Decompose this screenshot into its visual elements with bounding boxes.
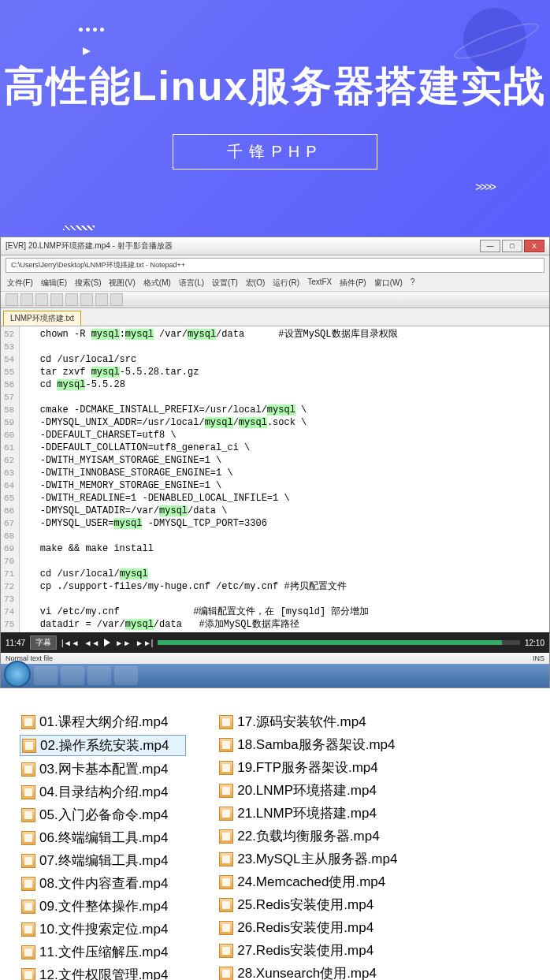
tool-cut-icon[interactable]	[50, 293, 63, 306]
course-banner: 高性能Linux服务器搭建实战 千锋PHP >>>>	[0, 0, 550, 237]
video-file-item[interactable]: 06.终端编辑工具.mp4	[20, 828, 186, 848]
tool-redo-icon[interactable]	[110, 293, 123, 306]
menu-item[interactable]: 窗口(W)	[374, 278, 403, 289]
video-file-icon	[21, 762, 35, 777]
forward-icon[interactable]: ►►	[115, 639, 131, 647]
file-name-label: 19.FTP服务器架设.mp4	[237, 758, 378, 777]
menu-item[interactable]: 视图(V)	[109, 278, 135, 289]
player-title-bar[interactable]: [EVR] 20.LNMP环境搭建.mp4 - 射手影音播放器 — □ X	[1, 237, 549, 255]
video-file-item[interactable]: 01.课程大纲介绍.mp4	[20, 712, 186, 732]
windows-taskbar	[1, 664, 549, 687]
video-file-item[interactable]: 08.文件内容查看.mp4	[20, 874, 186, 893]
tool-save-icon[interactable]	[35, 293, 48, 306]
file-name-label: 28.Xunsearch使用.mp4	[237, 964, 377, 980]
tool-open-icon[interactable]	[20, 293, 33, 306]
menu-item[interactable]: 插件(P)	[340, 278, 366, 289]
video-file-item[interactable]: 24.Memcached使用.mp4	[217, 872, 399, 892]
video-file-item[interactable]: 22.负载均衡服务器.mp4	[217, 826, 399, 846]
taskbar-app-icon[interactable]	[114, 666, 138, 685]
video-file-icon	[21, 900, 35, 914]
window-minimize-button[interactable]: —	[480, 240, 500, 252]
menu-item[interactable]: ?	[411, 278, 415, 289]
decoration-stripes-icon	[63, 225, 95, 230]
video-file-icon	[219, 898, 233, 912]
start-button-icon[interactable]	[4, 661, 31, 687]
video-file-item[interactable]: 12.文件权限管理.mp4	[20, 965, 186, 980]
file-name-label: 04.目录结构介绍.mp4	[39, 783, 168, 801]
tool-undo-icon[interactable]	[95, 293, 108, 306]
taskbar-app-icon[interactable]	[87, 666, 111, 685]
tool-paste-icon[interactable]	[80, 293, 93, 306]
menu-item[interactable]: 运行(R)	[273, 278, 299, 289]
video-file-item[interactable]: 17.源码安装软件.mp4	[217, 712, 399, 732]
play-button-icon[interactable]	[104, 639, 110, 647]
playback-total-time: 12:10	[525, 639, 544, 647]
file-name-label: 06.终端编辑工具.mp4	[39, 829, 168, 847]
file-name-label: 17.源码安装软件.mp4	[237, 713, 366, 731]
code-content[interactable]: chown -R mysql:mysql /var/mysql/data #设置…	[20, 326, 549, 632]
decoration-planet-icon	[463, 8, 526, 71]
video-file-icon	[22, 739, 36, 753]
video-file-icon	[21, 945, 35, 960]
video-file-item[interactable]: 07.终端编辑工具.mp4	[20, 851, 186, 870]
prev-track-icon[interactable]: |◄◄	[61, 639, 79, 647]
taskbar-app-icon[interactable]	[61, 666, 84, 685]
menu-item[interactable]: 宏(O)	[246, 278, 265, 289]
video-file-item[interactable]: 11.文件压缩解压.mp4	[20, 942, 186, 962]
video-file-icon	[219, 852, 233, 866]
menu-item[interactable]: 语言(L)	[179, 278, 204, 289]
playback-progress-bar[interactable]	[158, 640, 520, 645]
window-close-button[interactable]: X	[524, 240, 544, 252]
menu-item[interactable]: 文件(F)	[7, 278, 33, 289]
menu-item[interactable]: 编辑(E)	[41, 278, 67, 289]
video-file-icon	[219, 784, 233, 798]
video-file-item[interactable]: 10.文件搜索定位.mp4	[20, 919, 186, 939]
subtitle-button[interactable]: 字幕	[30, 635, 57, 650]
video-file-item[interactable]: 21.LNMP环境搭建.mp4	[217, 803, 399, 823]
video-file-icon	[219, 875, 233, 889]
video-file-icon	[219, 761, 233, 775]
taskbar-app-icon[interactable]	[34, 666, 58, 685]
file-name-label: 20.LNMP环境搭建.mp4	[237, 781, 377, 799]
menu-item[interactable]: 设置(T)	[212, 278, 238, 289]
video-file-icon	[21, 785, 35, 799]
menu-item[interactable]: 格式(M)	[143, 278, 171, 289]
window-maximize-button[interactable]: □	[502, 240, 522, 252]
video-file-item[interactable]: 05.入门必备命令.mp4	[20, 805, 186, 825]
rewind-icon[interactable]: ◄◄	[84, 639, 99, 647]
video-file-item[interactable]: 19.FTP服务器架设.mp4	[217, 758, 399, 777]
file-name-label: 18.Samba服务器架设.mp4	[237, 736, 395, 754]
code-editor-area[interactable]: 5253545556575859606162636465666768697071…	[1, 326, 549, 632]
video-file-icon	[21, 877, 35, 891]
video-file-item[interactable]: 23.MySQL主从服务器.mp4	[217, 849, 399, 869]
video-file-item[interactable]: 25.Redis安装使用.mp4	[217, 895, 399, 915]
video-file-item[interactable]: 28.Xunsearch使用.mp4	[217, 963, 399, 980]
video-file-icon	[21, 808, 35, 822]
video-file-item[interactable]: 27.Redis安装使用.mp4	[217, 941, 399, 960]
video-file-item[interactable]: 09.文件整体操作.mp4	[20, 896, 186, 916]
video-file-item[interactable]: 20.LNMP环境搭建.mp4	[217, 781, 399, 800]
editor-file-tab[interactable]: LNMP环境搭建.txt	[3, 311, 81, 326]
file-column-2: 17.源码安装软件.mp418.Samba服务器架设.mp419.FTP服务器架…	[217, 712, 399, 980]
menu-item[interactable]: 搜索(S)	[75, 278, 101, 289]
video-file-item[interactable]: 26.Redis安装使用.mp4	[217, 918, 399, 937]
video-file-item[interactable]: 02.操作系统安装.mp4	[20, 735, 186, 756]
menu-item[interactable]: TextFX	[307, 278, 332, 289]
editor-filepath: C:\Users\Jerry\Desktop\LNMP环境搭建.txt - No…	[6, 258, 544, 273]
video-file-item[interactable]: 03.网卡基本配置.mp4	[20, 759, 186, 779]
video-file-icon	[21, 968, 35, 981]
video-file-item[interactable]: 04.目录结构介绍.mp4	[20, 782, 186, 802]
media-player-window: [EVR] 20.LNMP环境搭建.mp4 - 射手影音播放器 — □ X C:…	[0, 237, 550, 688]
file-name-label: 02.操作系统安装.mp4	[40, 736, 169, 755]
video-player-controls: 11:47 字幕 |◄◄ ◄◄ ►► ►►| 12:10	[1, 632, 549, 653]
file-name-label: 24.Memcached使用.mp4	[237, 873, 385, 891]
video-file-item[interactable]: 18.Samba服务器架设.mp4	[217, 735, 399, 755]
tool-new-icon[interactable]	[6, 293, 18, 306]
menu-bar: 文件(F)编辑(E)搜索(S)视图(V)格式(M)语言(L)设置(T)宏(O)运…	[1, 275, 549, 291]
file-name-label: 11.文件压缩解压.mp4	[39, 943, 168, 961]
file-name-label: 21.LNMP环境搭建.mp4	[237, 804, 377, 822]
file-name-label: 01.课程大纲介绍.mp4	[39, 713, 168, 731]
next-track-icon[interactable]: ►►|	[136, 639, 153, 647]
tool-copy-icon[interactable]	[65, 293, 78, 306]
file-name-label: 03.网卡基本配置.mp4	[39, 760, 168, 778]
